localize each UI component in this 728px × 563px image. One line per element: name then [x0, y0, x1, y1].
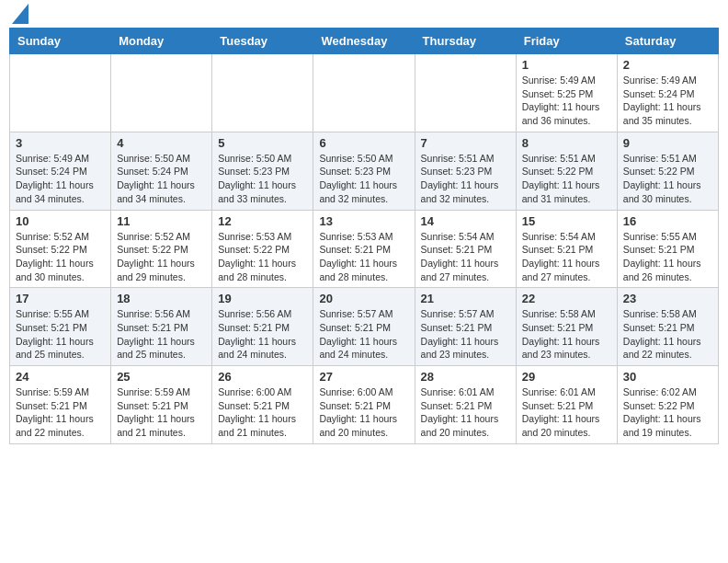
calendar-day-28: 28Sunrise: 6:01 AM Sunset: 5:21 PM Dayli…	[415, 366, 516, 444]
day-info: Sunrise: 5:49 AM Sunset: 5:25 PM Dayligh…	[522, 74, 611, 128]
logo	[9, 9, 28, 20]
calendar-table: SundayMondayTuesdayWednesdayThursdayFrid…	[9, 28, 719, 444]
day-number: 22	[522, 292, 611, 305]
day-info: Sunrise: 6:00 AM Sunset: 5:21 PM Dayligh…	[319, 385, 408, 440]
day-info: Sunrise: 5:49 AM Sunset: 5:24 PM Dayligh…	[623, 74, 712, 128]
day-info: Sunrise: 5:50 AM Sunset: 5:23 PM Dayligh…	[319, 152, 408, 206]
day-info: Sunrise: 5:50 AM Sunset: 5:24 PM Dayligh…	[117, 152, 206, 206]
day-info: Sunrise: 5:49 AM Sunset: 5:24 PM Dayligh…	[16, 152, 105, 206]
day-number: 14	[421, 214, 510, 228]
day-info: Sunrise: 5:55 AM Sunset: 5:21 PM Dayligh…	[623, 230, 712, 284]
day-info: Sunrise: 5:54 AM Sunset: 5:21 PM Dayligh…	[421, 230, 510, 284]
calendar-day-27: 27Sunrise: 6:00 AM Sunset: 5:21 PM Dayli…	[313, 366, 415, 444]
day-info: Sunrise: 5:51 AM Sunset: 5:22 PM Dayligh…	[522, 152, 611, 206]
day-info: Sunrise: 6:02 AM Sunset: 5:22 PM Dayligh…	[623, 385, 712, 440]
calendar-day-1: 1Sunrise: 5:49 AM Sunset: 5:25 PM Daylig…	[516, 54, 617, 132]
calendar-week-row: 10Sunrise: 5:52 AM Sunset: 5:22 PM Dayli…	[10, 210, 719, 288]
day-number: 27	[319, 370, 408, 384]
day-info: Sunrise: 5:56 AM Sunset: 5:21 PM Dayligh…	[117, 307, 206, 362]
day-number: 21	[421, 292, 510, 305]
day-info: Sunrise: 5:52 AM Sunset: 5:22 PM Dayligh…	[16, 230, 105, 284]
weekday-header-saturday: Saturday	[617, 29, 718, 54]
day-info: Sunrise: 6:01 AM Sunset: 5:21 PM Dayligh…	[421, 385, 510, 440]
weekday-header-monday: Monday	[111, 29, 212, 54]
calendar-week-row: 24Sunrise: 5:59 AM Sunset: 5:21 PM Dayli…	[10, 366, 719, 444]
day-info: Sunrise: 5:57 AM Sunset: 5:21 PM Dayligh…	[421, 307, 510, 362]
calendar-day-16: 16Sunrise: 5:55 AM Sunset: 5:21 PM Dayli…	[617, 210, 718, 288]
calendar-header: SundayMondayTuesdayWednesdayThursdayFrid…	[10, 29, 719, 54]
day-info: Sunrise: 6:00 AM Sunset: 5:21 PM Dayligh…	[218, 385, 307, 440]
calendar-day-30: 30Sunrise: 6:02 AM Sunset: 5:22 PM Dayli…	[617, 366, 718, 444]
calendar-day-25: 25Sunrise: 5:59 AM Sunset: 5:21 PM Dayli…	[111, 366, 212, 444]
weekday-header-row: SundayMondayTuesdayWednesdayThursdayFrid…	[10, 29, 719, 54]
calendar-day-6: 6Sunrise: 5:50 AM Sunset: 5:23 PM Daylig…	[313, 132, 415, 210]
calendar-day-2: 2Sunrise: 5:49 AM Sunset: 5:24 PM Daylig…	[617, 54, 718, 132]
day-number: 28	[421, 370, 510, 384]
day-info: Sunrise: 5:57 AM Sunset: 5:21 PM Dayligh…	[319, 307, 408, 362]
day-number: 4	[117, 136, 206, 150]
calendar-day-18: 18Sunrise: 5:56 AM Sunset: 5:21 PM Dayli…	[111, 288, 212, 366]
day-info: Sunrise: 5:58 AM Sunset: 5:21 PM Dayligh…	[623, 307, 712, 362]
day-info: Sunrise: 5:58 AM Sunset: 5:21 PM Dayligh…	[522, 307, 611, 362]
day-number: 9	[623, 136, 712, 150]
calendar-day-23: 23Sunrise: 5:58 AM Sunset: 5:21 PM Dayli…	[617, 288, 718, 366]
day-number: 6	[319, 136, 408, 150]
day-number: 24	[16, 370, 105, 384]
weekday-header-thursday: Thursday	[415, 29, 516, 54]
calendar-day-5: 5Sunrise: 5:50 AM Sunset: 5:23 PM Daylig…	[212, 132, 313, 210]
calendar-day-15: 15Sunrise: 5:54 AM Sunset: 5:21 PM Dayli…	[516, 210, 617, 288]
empty-cell	[415, 54, 516, 132]
day-number: 8	[522, 136, 611, 150]
empty-cell	[111, 54, 212, 132]
calendar-day-19: 19Sunrise: 5:56 AM Sunset: 5:21 PM Dayli…	[212, 288, 313, 366]
day-info: Sunrise: 5:53 AM Sunset: 5:21 PM Dayligh…	[319, 230, 408, 284]
day-info: Sunrise: 5:56 AM Sunset: 5:21 PM Dayligh…	[218, 307, 307, 362]
calendar-day-29: 29Sunrise: 6:01 AM Sunset: 5:21 PM Dayli…	[516, 366, 617, 444]
calendar-day-9: 9Sunrise: 5:51 AM Sunset: 5:22 PM Daylig…	[617, 132, 718, 210]
weekday-header-wednesday: Wednesday	[313, 29, 415, 54]
day-info: Sunrise: 5:59 AM Sunset: 5:21 PM Dayligh…	[16, 385, 105, 440]
day-info: Sunrise: 5:59 AM Sunset: 5:21 PM Dayligh…	[117, 385, 206, 440]
day-number: 10	[16, 214, 105, 228]
calendar-day-8: 8Sunrise: 5:51 AM Sunset: 5:22 PM Daylig…	[516, 132, 617, 210]
calendar-day-11: 11Sunrise: 5:52 AM Sunset: 5:22 PM Dayli…	[111, 210, 212, 288]
calendar-body: 1Sunrise: 5:49 AM Sunset: 5:25 PM Daylig…	[10, 54, 719, 444]
day-number: 11	[117, 214, 206, 228]
day-info: Sunrise: 5:50 AM Sunset: 5:23 PM Dayligh…	[218, 152, 307, 206]
day-number: 17	[16, 292, 105, 305]
day-number: 12	[218, 214, 307, 228]
weekday-header-friday: Friday	[516, 29, 617, 54]
day-info: Sunrise: 6:01 AM Sunset: 5:21 PM Dayligh…	[522, 385, 611, 440]
calendar-day-26: 26Sunrise: 6:00 AM Sunset: 5:21 PM Dayli…	[212, 366, 313, 444]
calendar-day-20: 20Sunrise: 5:57 AM Sunset: 5:21 PM Dayli…	[313, 288, 415, 366]
day-number: 2	[623, 58, 712, 72]
calendar-day-3: 3Sunrise: 5:49 AM Sunset: 5:24 PM Daylig…	[10, 132, 111, 210]
day-info: Sunrise: 5:51 AM Sunset: 5:23 PM Dayligh…	[421, 152, 510, 206]
day-number: 25	[117, 370, 206, 384]
day-info: Sunrise: 5:52 AM Sunset: 5:22 PM Dayligh…	[117, 230, 206, 284]
calendar-day-4: 4Sunrise: 5:50 AM Sunset: 5:24 PM Daylig…	[111, 132, 212, 210]
day-number: 7	[421, 136, 510, 150]
calendar-day-13: 13Sunrise: 5:53 AM Sunset: 5:21 PM Dayli…	[313, 210, 415, 288]
day-info: Sunrise: 5:51 AM Sunset: 5:22 PM Dayligh…	[623, 152, 712, 206]
calendar-week-row: 17Sunrise: 5:55 AM Sunset: 5:21 PM Dayli…	[10, 288, 719, 366]
day-info: Sunrise: 5:54 AM Sunset: 5:21 PM Dayligh…	[522, 230, 611, 284]
calendar-day-22: 22Sunrise: 5:58 AM Sunset: 5:21 PM Dayli…	[516, 288, 617, 366]
svg-marker-0	[12, 4, 28, 24]
day-number: 19	[218, 292, 307, 305]
calendar-day-10: 10Sunrise: 5:52 AM Sunset: 5:22 PM Dayli…	[10, 210, 111, 288]
calendar-day-17: 17Sunrise: 5:55 AM Sunset: 5:21 PM Dayli…	[10, 288, 111, 366]
calendar-week-row: 1Sunrise: 5:49 AM Sunset: 5:25 PM Daylig…	[10, 54, 719, 132]
day-number: 13	[319, 214, 408, 228]
calendar-week-row: 3Sunrise: 5:49 AM Sunset: 5:24 PM Daylig…	[10, 132, 719, 210]
day-number: 20	[319, 292, 408, 305]
calendar-day-21: 21Sunrise: 5:57 AM Sunset: 5:21 PM Dayli…	[415, 288, 516, 366]
day-number: 15	[522, 214, 611, 228]
day-info: Sunrise: 5:53 AM Sunset: 5:22 PM Dayligh…	[218, 230, 307, 284]
day-number: 3	[16, 136, 105, 150]
day-number: 1	[522, 58, 611, 72]
day-number: 5	[218, 136, 307, 150]
day-number: 26	[218, 370, 307, 384]
weekday-header-tuesday: Tuesday	[212, 29, 313, 54]
empty-cell	[313, 54, 415, 132]
